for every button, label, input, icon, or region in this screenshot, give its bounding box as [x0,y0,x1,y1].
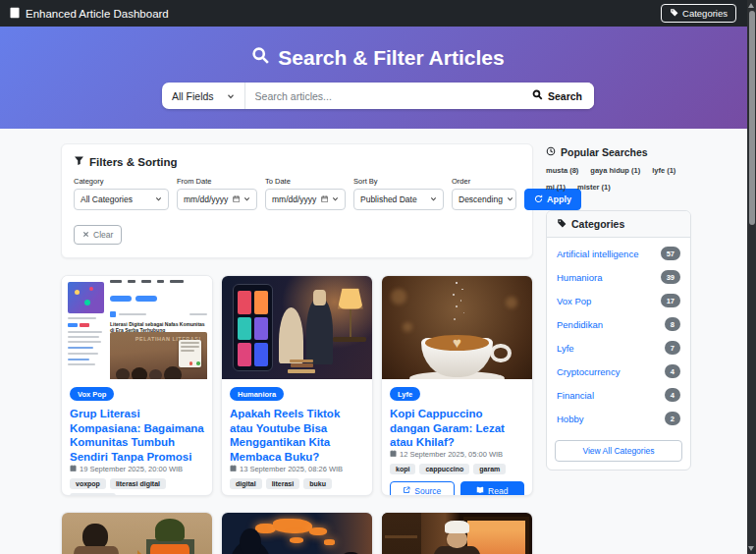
tag[interactable]: voxpop [70,478,106,489]
article-image-3: ♥ [382,276,532,379]
tag[interactable]: literasi [266,478,300,489]
search-field-select[interactable]: All Fields [162,83,245,109]
chevron-down-icon [430,194,437,204]
article-title-link[interactable]: Kopi Cappuccino dangan Garam: Lezat atau… [390,407,524,450]
article-body-1: Vox Pop Grup Literasi Kompasiana: Bagaim… [62,379,212,496]
training-illustration: PELATIHAN LITERASI [110,332,207,379]
count-badge: 4 [665,364,680,378]
count-badge: 7 [665,341,680,355]
category-item[interactable]: Lyfe 7 [547,336,690,360]
categories-footer: View All Categories [547,432,690,470]
popular-search-item[interactable]: mi (1) [546,183,566,192]
sort-by-group: Sort By Published Date [353,177,444,210]
worker-helmet-shape [155,519,186,541]
count-badge: 17 [661,294,680,307]
view-all-categories-button[interactable]: View All Categories [555,440,682,462]
tag[interactable]: komunitas [70,493,116,496]
x-icon [82,230,89,240]
content-container: Filters & Sorting Category All Categorie… [61,143,691,554]
article-image-6 [382,513,532,554]
history-clock-icon [546,146,556,158]
category-item[interactable]: Hobby 2 [547,407,690,430]
category-badge[interactable]: Vox Pop [70,387,114,401]
article-title-link[interactable]: Grup Literasi Kompasiana: Bagaimana Komu… [70,407,204,465]
popular-search-item[interactable]: musta (8) [546,166,578,175]
sidebar-column: Popular Searches musta (8) gaya hidup (1… [546,143,691,554]
category-item[interactable]: Cryptocurrency 4 [547,360,690,383]
sort-by-select[interactable]: Published Date [353,189,444,210]
read-button[interactable]: Read [460,481,525,496]
journal-icon [9,7,21,21]
scroll-up-arrow[interactable] [748,3,754,8]
article-image-5 [222,513,372,554]
hero-banner: Search & Filter Articles All Fields Sear… [0,27,756,129]
calendar-icon[interactable] [233,194,241,204]
chevron-down-icon [332,194,339,204]
category-item[interactable]: Financial 4 [547,383,690,407]
scrollbar-thumb[interactable] [749,11,755,225]
tag[interactable]: digital [230,478,262,489]
count-badge: 2 [665,412,680,425]
article-meta-2: 13 September 2025, 08:26 WIB digital lit… [230,465,364,496]
popular-search-item[interactable]: mister (1) [577,183,611,192]
category-badge[interactable]: Lyfe [390,387,420,401]
filters-row: Category All Categories From Date mm/dd/… [74,177,520,210]
filters-panel: Filters & Sorting Category All Categorie… [61,143,533,258]
article-title-link[interactable]: Apakah Reels Tiktok atau Youtube Bisa Me… [230,407,364,465]
tag[interactable]: kopi [390,464,415,474]
popular-search-item[interactable]: lyfe (1) [652,166,675,175]
category-item[interactable]: Vox Pop 17 [547,289,690,312]
tag[interactable]: garam [473,464,506,474]
calendar-icon[interactable] [321,194,329,204]
search-icon [532,89,543,102]
article-body-3: Lyfe Kopi Cappuccino dangan Garam: Lezat… [382,379,532,496]
popular-searches-header: Popular Searches [546,146,691,158]
category-item[interactable]: Pendidikan 8 [547,312,690,336]
tag[interactable]: literasi digital [110,478,166,489]
webpage-article-mock: Literasi Digital sebagai Nafas Komunitas… [110,280,207,379]
order-select[interactable]: Descending [452,189,516,210]
category-badge[interactable]: Humaniora [230,387,284,401]
source-button[interactable]: Source [390,481,455,496]
main-column: Filters & Sorting Category All Categorie… [61,143,533,554]
scrollbar[interactable] [747,0,756,554]
hero-title: Search & Filter Articles [251,46,504,70]
categories-list: Artificial intelligence 57 Humaniora 39 … [547,238,690,432]
chevron-down-icon [243,194,250,204]
article-tags: kopi cappuccino garam [390,464,524,474]
category-item[interactable]: Humaniora 39 [547,265,690,289]
app-brand[interactable]: Enhanced Article Dashboard [9,7,169,21]
article-card-6 [381,512,533,554]
top-navbar: Enhanced Article Dashboard Categories [0,0,756,27]
article-image-4 [62,513,212,554]
article-card-3: ♥ Lyfe Kopi Cappuccino dangan Garam: Lez… [381,275,533,496]
article-card-2: Humaniora Apakah Reels Tiktok atau Youtu… [221,275,373,496]
to-date-input[interactable]: mm/dd/yyyy [265,189,346,210]
article-image-2 [222,276,372,379]
article-meta-3: 12 September 2025, 05:00 WIB kopi cappuc… [390,450,524,496]
book-icon [476,486,484,496]
article-tags: voxpop literasi digital komunitas [70,478,204,496]
articles-grid-row-2 [61,512,533,554]
refresh-icon [534,194,543,205]
funnel-icon [74,155,84,168]
article-card-5 [221,512,373,554]
scroll-down-arrow[interactable] [748,546,754,551]
tag[interactable]: cappuccino [419,464,469,474]
clear-button[interactable]: Clear [74,225,122,245]
latte-heart-art: ♥ [425,335,488,351]
popular-search-item[interactable]: gaya hidup (1) [590,166,640,175]
navbar-categories-button[interactable]: Categories [661,4,736,23]
tag[interactable]: buku [303,478,332,489]
search-submit-button[interactable]: Search [520,83,594,109]
from-date-input[interactable]: mm/dd/yyyy [177,189,257,210]
tag-icon [670,8,678,19]
chevron-down-icon [155,194,162,204]
webpage-sidebar-mock [68,282,104,375]
category-select[interactable]: All Categories [74,189,169,210]
article-meta-1: 19 September 2025, 20:00 WIB voxpop lite… [70,465,204,496]
search-input[interactable] [245,83,520,109]
article-date: 12 September 2025, 05:00 WIB [390,450,524,459]
category-item[interactable]: Artificial intelligence 57 [547,242,690,265]
article-tags: digital literasi buku [230,478,364,489]
